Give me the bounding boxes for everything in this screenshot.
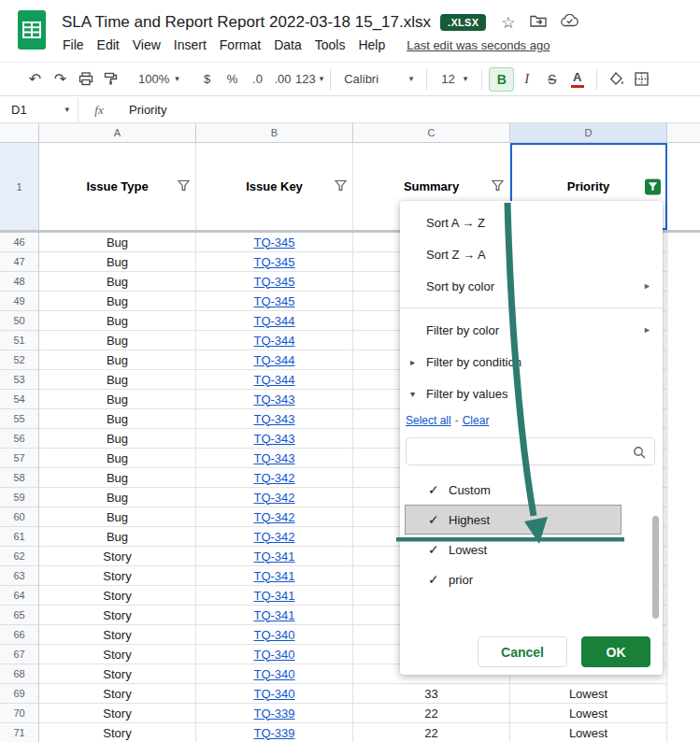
cell-issue-type[interactable]: Story [39, 625, 196, 645]
issue-key-link[interactable]: TQ-345 [253, 294, 294, 308]
row-number[interactable]: 57 [0, 449, 39, 468]
cell-issue-type[interactable]: Story [39, 723, 196, 742]
menu-insert[interactable]: Insert [167, 35, 213, 55]
cell-issue-key[interactable]: TQ-345 [196, 272, 353, 292]
cell-issue-key[interactable]: TQ-343 [196, 409, 353, 429]
filter-value-prior[interactable]: ✓ prior [405, 564, 621, 594]
cell-issue-type[interactable]: Bug [39, 468, 196, 488]
format-currency-button[interactable]: $ [194, 67, 220, 92]
move-folder-icon[interactable] [530, 14, 547, 31]
row-number[interactable]: 71 [0, 723, 39, 742]
number-format-select[interactable]: 123▾ [295, 67, 323, 92]
cell-issue-type[interactable]: Story [39, 704, 196, 723]
row-number[interactable]: 70 [0, 704, 39, 723]
issue-key-link[interactable]: TQ-344 [253, 373, 294, 387]
cell-issue-type[interactable]: Bug [39, 233, 196, 252]
paint-format-button[interactable] [98, 67, 123, 92]
cell-issue-key[interactable]: TQ-345 [196, 252, 353, 272]
column-header-a[interactable]: A [39, 123, 196, 143]
text-color-button[interactable]: A [564, 67, 590, 92]
menu-edit[interactable]: Edit [91, 35, 126, 55]
row-number[interactable]: 69 [0, 684, 39, 704]
row-number[interactable]: 56 [0, 429, 39, 449]
cell-issue-key[interactable]: TQ-343 [196, 390, 353, 409]
row-number[interactable]: 48 [0, 272, 39, 292]
cell-issue-type[interactable]: Bug [39, 350, 196, 370]
cell-issue-key[interactable]: TQ-340 [196, 664, 353, 684]
cell-issue-key[interactable]: TQ-342 [196, 468, 353, 488]
row-number[interactable]: 60 [0, 507, 39, 527]
header-cell-issue-type[interactable]: Issue Type [39, 143, 196, 230]
cell-issue-type[interactable]: Bug [39, 409, 196, 429]
row-number[interactable]: 1 [0, 143, 39, 230]
document-title[interactable]: SLA Time and Report Report 2022-03-18 15… [62, 13, 431, 32]
cell-issue-type[interactable]: Story [39, 664, 196, 684]
row-number[interactable]: 49 [0, 292, 39, 311]
issue-key-link[interactable]: TQ-345 [253, 275, 294, 289]
menu-tools[interactable]: Tools [308, 35, 352, 55]
cloud-saved-icon[interactable] [561, 14, 579, 31]
issue-key-link[interactable]: TQ-341 [253, 549, 294, 564]
row-number[interactable]: 47 [0, 252, 39, 272]
cell-issue-key[interactable]: TQ-340 [196, 645, 353, 664]
filter-funnel-icon[interactable] [492, 179, 504, 193]
row-number[interactable]: 65 [0, 606, 39, 625]
cancel-button[interactable]: Cancel [478, 636, 567, 667]
cell-issue-key[interactable]: TQ-344 [196, 370, 353, 390]
last-edit-link[interactable]: Last edit was seconds ago [407, 38, 550, 52]
select-all-corner[interactable] [0, 123, 39, 143]
menu-item-filter-by-condition[interactable]: ▸ Filter by condition [400, 346, 663, 378]
issue-key-link[interactable]: TQ-344 [253, 314, 294, 328]
issue-key-link[interactable]: TQ-339 [253, 726, 294, 740]
zoom-select[interactable]: 100%▾ [133, 67, 185, 92]
issue-key-link[interactable]: TQ-339 [253, 706, 294, 721]
active-filter-funnel-icon[interactable] [645, 178, 661, 194]
issue-key-link[interactable]: TQ-342 [253, 510, 294, 524]
cell-issue-type[interactable]: Bug [39, 252, 196, 272]
cell-issue-key[interactable]: TQ-343 [196, 449, 353, 468]
cell-summary[interactable]: 33 [353, 684, 510, 704]
issue-key-link[interactable]: TQ-344 [253, 353, 294, 367]
strikethrough-button[interactable]: S [539, 67, 564, 92]
cell-issue-type[interactable]: Bug [39, 429, 196, 449]
menu-file[interactable]: File [56, 35, 91, 55]
font-size-select[interactable]: 12▾ [434, 67, 475, 92]
row-number[interactable]: 67 [0, 645, 39, 664]
row-number[interactable]: 54 [0, 390, 39, 409]
issue-key-link[interactable]: TQ-340 [253, 628, 294, 642]
issue-key-link[interactable]: TQ-343 [253, 412, 294, 426]
cell-issue-key[interactable]: TQ-339 [196, 723, 353, 742]
filter-value-highest[interactable]: ✓ Highest [405, 505, 621, 535]
issue-key-link[interactable]: TQ-341 [253, 569, 294, 583]
issue-key-link[interactable]: TQ-340 [253, 687, 294, 701]
cell-issue-type[interactable]: Bug [39, 370, 196, 390]
issue-key-link[interactable]: TQ-342 [253, 530, 294, 544]
issue-key-link[interactable]: TQ-343 [253, 392, 294, 407]
cell-summary[interactable]: 22 [353, 704, 510, 723]
row-number[interactable]: 68 [0, 664, 39, 684]
issue-key-link[interactable]: TQ-343 [253, 432, 294, 446]
row-number[interactable]: 59 [0, 488, 39, 507]
cell-issue-key[interactable]: TQ-341 [196, 547, 353, 566]
issue-key-link[interactable]: TQ-341 [253, 608, 294, 622]
undo-button[interactable]: ↶ [22, 67, 48, 92]
cell-issue-type[interactable]: Bug [39, 488, 196, 507]
cell-issue-type[interactable]: Story [39, 566, 196, 586]
filter-search-input[interactable] [407, 438, 654, 464]
row-number[interactable]: 51 [0, 331, 39, 350]
filter-value-custom[interactable]: ✓ Custom [405, 475, 621, 505]
ok-button[interactable]: OK [581, 636, 650, 667]
cell-issue-key[interactable]: TQ-343 [196, 429, 353, 449]
issue-key-link[interactable]: TQ-340 [253, 648, 294, 662]
column-header-c[interactable]: C [353, 123, 510, 143]
row-number[interactable]: 46 [0, 233, 39, 252]
cell-issue-type[interactable]: Bug [39, 331, 196, 350]
row-number[interactable]: 63 [0, 566, 39, 586]
row-number[interactable]: 66 [0, 625, 39, 645]
cell-issue-key[interactable]: TQ-342 [196, 507, 353, 527]
menu-data[interactable]: Data [267, 35, 308, 55]
row-number[interactable]: 58 [0, 468, 39, 488]
cell-issue-key[interactable]: TQ-341 [196, 606, 353, 625]
cell-issue-type[interactable]: Story [39, 586, 196, 606]
cell-issue-key[interactable]: TQ-339 [196, 704, 353, 723]
